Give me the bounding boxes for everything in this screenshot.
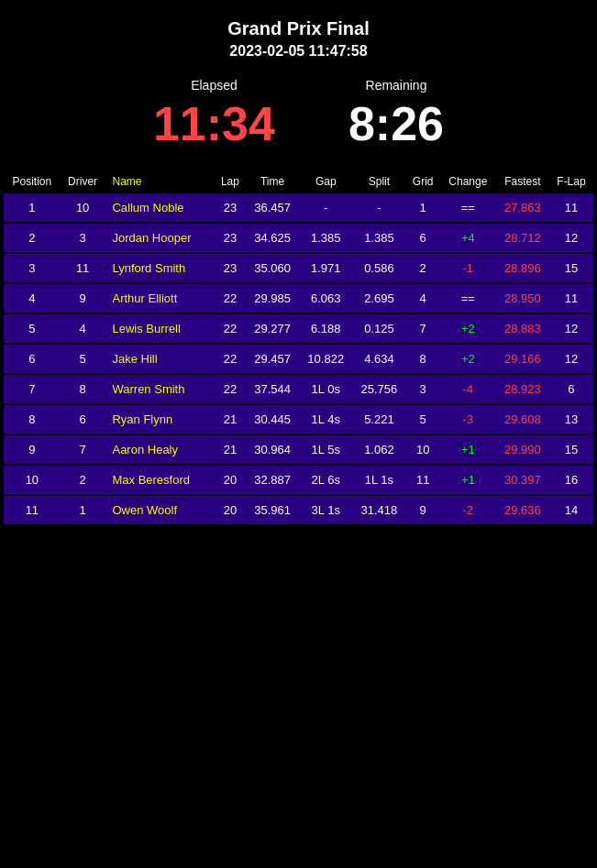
cell-split: 1L 1s xyxy=(352,465,405,495)
cell-lap: 22 xyxy=(215,283,246,313)
cell-position: 9 xyxy=(4,434,61,465)
cell-position: 4 xyxy=(4,283,61,313)
cell-time: 29.277 xyxy=(246,313,299,344)
cell-flap: 12 xyxy=(549,313,593,344)
table-row: 3 11 Lynford Smith 23 35.060 1.971 0.586… xyxy=(4,253,593,283)
table-row: 2 3 Jordan Hooper 23 34.625 1.385 1.385 … xyxy=(4,223,593,253)
cell-flap: 12 xyxy=(549,223,593,253)
cell-position: 11 xyxy=(4,495,61,525)
cell-name: Ryan Flynn xyxy=(105,404,214,434)
cell-name: Jake Hill xyxy=(105,344,214,374)
cell-fastest: 29.636 xyxy=(496,495,549,525)
cell-change: +1 xyxy=(440,465,496,495)
cell-driver: 7 xyxy=(61,434,105,465)
cell-lap: 21 xyxy=(215,434,246,465)
cell-split: 31.418 xyxy=(352,495,405,525)
col-fastest: Fastest xyxy=(496,170,549,193)
cell-gap: 1.385 xyxy=(299,223,352,253)
cell-gap: 1.971 xyxy=(299,253,352,283)
cell-gap: 10.822 xyxy=(299,344,352,374)
col-name: Name xyxy=(105,170,214,193)
cell-grid: 9 xyxy=(405,495,439,525)
results-table-container: Position Driver Name Lap Time Gap Split … xyxy=(0,170,597,526)
cell-grid: 1 xyxy=(405,193,439,223)
cell-driver: 4 xyxy=(61,313,105,344)
table-row: 8 6 Ryan Flynn 21 30.445 1L 4s 5.221 5 -… xyxy=(4,404,593,434)
remaining-timer: Remaining 8:26 xyxy=(348,78,444,151)
cell-gap: 1L 4s xyxy=(299,404,352,434)
table-row: 7 8 Warren Smith 22 37.544 1L 0s 25.756 … xyxy=(4,374,593,404)
cell-name: Arthur Elliott xyxy=(105,283,214,313)
table-row: 10 2 Max Beresford 20 32.887 2L 6s 1L 1s… xyxy=(4,465,593,495)
cell-fastest: 28.883 xyxy=(496,313,549,344)
cell-change: +2 xyxy=(440,313,496,344)
cell-grid: 7 xyxy=(405,313,439,344)
cell-name: Lewis Burrell xyxy=(105,313,214,344)
col-time: Time xyxy=(246,170,299,193)
col-flap: F-Lap xyxy=(549,170,593,193)
cell-driver: 10 xyxy=(61,193,105,223)
cell-fastest: 28.950 xyxy=(496,283,549,313)
cell-split: 25.756 xyxy=(352,374,405,404)
cell-driver: 3 xyxy=(61,223,105,253)
cell-change: -3 xyxy=(440,404,496,434)
cell-gap: - xyxy=(299,193,352,223)
cell-name: Callum Noble xyxy=(105,193,214,223)
cell-change: == xyxy=(440,193,496,223)
cell-split: 1.062 xyxy=(352,434,405,465)
elapsed-timer: Elapsed 11:34 xyxy=(153,78,275,151)
cell-change: -4 xyxy=(440,374,496,404)
cell-grid: 11 xyxy=(405,465,439,495)
col-position: Position xyxy=(4,170,61,193)
cell-grid: 10 xyxy=(405,434,439,465)
cell-driver: 8 xyxy=(61,374,105,404)
cell-split: 1.385 xyxy=(352,223,405,253)
cell-split: - xyxy=(352,193,405,223)
cell-change: -2 xyxy=(440,495,496,525)
cell-position: 3 xyxy=(4,253,61,283)
cell-position: 10 xyxy=(4,465,61,495)
cell-name: Aaron Healy xyxy=(105,434,214,465)
race-datetime: 2023-02-05 11:47:58 xyxy=(9,43,588,60)
cell-fastest: 27.863 xyxy=(496,193,549,223)
cell-flap: 15 xyxy=(549,253,593,283)
cell-split: 4.634 xyxy=(352,344,405,374)
cell-gap: 2L 6s xyxy=(299,465,352,495)
remaining-value: 8:26 xyxy=(348,96,444,151)
table-row: 11 1 Owen Woolf 20 35.961 3L 1s 31.418 9… xyxy=(4,495,593,525)
cell-split: 2.695 xyxy=(352,283,405,313)
cell-driver: 11 xyxy=(61,253,105,283)
cell-lap: 22 xyxy=(215,344,246,374)
cell-gap: 1L 5s xyxy=(299,434,352,465)
cell-fastest: 29.990 xyxy=(496,434,549,465)
cell-time: 36.457 xyxy=(246,193,299,223)
cell-grid: 8 xyxy=(405,344,439,374)
cell-change: +4 xyxy=(440,223,496,253)
cell-time: 37.544 xyxy=(246,374,299,404)
cell-name: Max Beresford xyxy=(105,465,214,495)
cell-grid: 2 xyxy=(405,253,439,283)
cell-gap: 6.063 xyxy=(299,283,352,313)
cell-position: 1 xyxy=(4,193,61,223)
cell-change: +1 xyxy=(440,434,496,465)
cell-driver: 5 xyxy=(61,344,105,374)
cell-time: 35.060 xyxy=(246,253,299,283)
cell-flap: 16 xyxy=(549,465,593,495)
cell-change: +2 xyxy=(440,344,496,374)
col-grid: Grid xyxy=(405,170,439,193)
elapsed-label: Elapsed xyxy=(153,78,275,93)
timer-section: Elapsed 11:34 Remaining 8:26 xyxy=(0,69,597,170)
cell-gap: 1L 0s xyxy=(299,374,352,404)
cell-driver: 6 xyxy=(61,404,105,434)
col-split: Split xyxy=(352,170,405,193)
cell-fastest: 28.923 xyxy=(496,374,549,404)
cell-grid: 6 xyxy=(405,223,439,253)
cell-fastest: 30.397 xyxy=(496,465,549,495)
cell-lap: 22 xyxy=(215,313,246,344)
cell-driver: 9 xyxy=(61,283,105,313)
table-row: 9 7 Aaron Healy 21 30.964 1L 5s 1.062 10… xyxy=(4,434,593,465)
cell-fastest: 28.712 xyxy=(496,223,549,253)
col-gap: Gap xyxy=(299,170,352,193)
cell-flap: 15 xyxy=(549,434,593,465)
cell-name: Lynford Smith xyxy=(105,253,214,283)
